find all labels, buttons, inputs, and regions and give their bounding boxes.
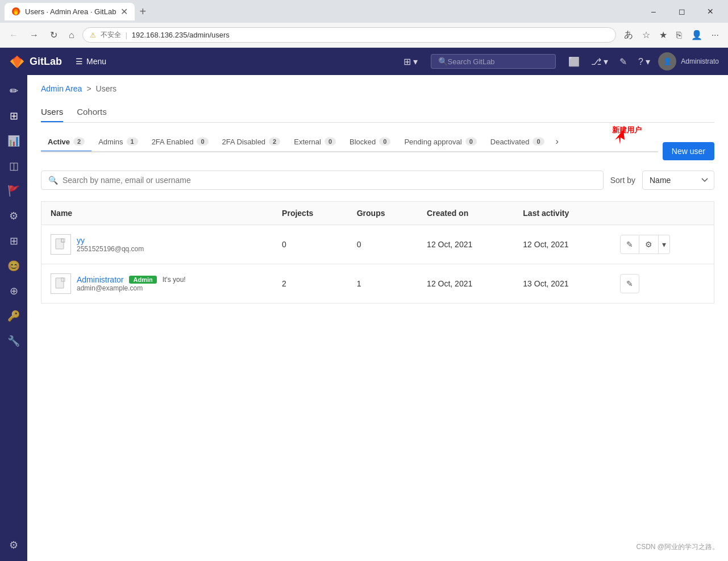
gear-dropdown-button[interactable]: ▾ xyxy=(659,235,670,254)
filter-more-button[interactable]: › xyxy=(551,132,563,151)
filter-external-count: 0 xyxy=(325,138,336,146)
filter-pending-label: Pending approval xyxy=(404,138,461,146)
tab-close-button[interactable]: ✕ xyxy=(120,6,128,17)
profile-button[interactable]: 👤 xyxy=(688,27,706,43)
breadcrumb-admin-link[interactable]: Admin Area xyxy=(41,84,82,93)
filter-external-label: External xyxy=(294,138,321,146)
sidebar-item-messages[interactable]: 🚩 xyxy=(2,180,25,202)
minimize-button[interactable]: – xyxy=(640,2,667,20)
header-icons: ⬜ ⎇ ▾ ✎ ? ▾ 👤 Administrato xyxy=(565,52,719,70)
filter-2fa-disabled-count: 2 xyxy=(269,138,280,146)
sidebar-item-keys[interactable]: 🔑 xyxy=(2,305,25,327)
hamburger-icon: ☰ xyxy=(76,57,83,66)
user-email: 2551525196@qq.com xyxy=(77,245,144,253)
table-row: yy 2551525196@qq.com 0 0 12 Oct, 2021 12… xyxy=(41,225,714,264)
new-tab-button[interactable]: + xyxy=(139,5,146,18)
filter-tab-pending[interactable]: Pending approval 0 xyxy=(397,133,483,152)
filter-tab-deactivated[interactable]: Deactivated 0 xyxy=(484,133,551,152)
edit-admin-button[interactable]: ✎ xyxy=(620,274,639,293)
url-separator: | xyxy=(126,31,127,39)
sidebar-item-geo[interactable]: ⊕ xyxy=(2,280,25,302)
user-avatar xyxy=(51,273,71,294)
user-name-link[interactable]: yy xyxy=(77,236,85,245)
edit-user-button[interactable]: ✎ xyxy=(620,235,639,254)
filter-tab-2fa-disabled[interactable]: 2FA Disabled 2 xyxy=(215,133,288,152)
more-button[interactable]: ··· xyxy=(708,27,722,43)
user-groups: 0 xyxy=(348,225,418,264)
menu-label: Menu xyxy=(86,57,106,66)
filter-blocked-label: Blocked xyxy=(350,138,376,146)
user-avatar xyxy=(51,234,71,255)
window-controls: – ◻ ✕ xyxy=(640,2,723,20)
user-actions: ✎ ⚙ ▾ xyxy=(611,225,714,264)
table-row: Administrator Admin It's you! admin@exam… xyxy=(41,264,714,304)
sidebar-item-ci[interactable]: 🔧 xyxy=(2,330,25,352)
security-label: 不安全 xyxy=(101,30,121,40)
reload-button[interactable]: ↻ xyxy=(47,27,61,43)
user-created: 12 Oct, 2021 xyxy=(418,264,514,304)
user-created: 12 Oct, 2021 xyxy=(418,225,514,264)
content-area: Admin Area > Users Users Cohorts 新建用户 xyxy=(27,75,728,561)
maximize-button[interactable]: ◻ xyxy=(669,2,695,20)
sort-select[interactable]: Name Created date Last activity xyxy=(642,171,714,190)
svg-rect-5 xyxy=(56,278,64,288)
filter-tab-active[interactable]: Active 2 xyxy=(41,133,91,152)
filter-admins-count: 1 xyxy=(127,138,138,146)
gitlab-logo-icon xyxy=(9,53,25,69)
gitlab-logo: GitLab xyxy=(9,53,62,69)
filter-tab-admins[interactable]: Admins 1 xyxy=(91,133,144,152)
favorites-button[interactable]: ★ xyxy=(656,27,671,43)
sidebar-item-edit[interactable]: ✏ xyxy=(2,80,25,102)
forward-button[interactable]: → xyxy=(26,28,42,43)
col-actions xyxy=(611,202,714,225)
table-header: Name Projects Groups Created on Last act… xyxy=(41,202,714,225)
file-icon xyxy=(54,238,68,251)
gear-button[interactable]: ⚙ xyxy=(639,235,659,254)
read-mode-button[interactable]: ☆ xyxy=(639,27,654,43)
filter-pending-count: 0 xyxy=(465,138,477,146)
tab-users[interactable]: Users xyxy=(41,102,63,122)
user-search-input[interactable] xyxy=(63,176,596,185)
filter-active-label: Active xyxy=(48,138,70,146)
svg-rect-3 xyxy=(56,239,64,249)
filter-tab-blocked[interactable]: Blocked 0 xyxy=(343,133,397,152)
svg-point-2 xyxy=(15,11,18,15)
translate-button[interactable]: あ xyxy=(621,27,637,43)
todos-button[interactable]: ✎ xyxy=(616,54,630,69)
sidebar: ✏ ⊞ 📊 ◫ 🚩 ⚙ ⊞ 😊 ⊕ 🔑 🔧 ⚙ xyxy=(0,75,27,561)
issues-button[interactable]: ⬜ xyxy=(565,54,583,69)
sidebar-item-overview[interactable]: ⊞ xyxy=(2,105,25,127)
filter-tab-2fa-enabled[interactable]: 2FA Enabled 0 xyxy=(145,133,215,152)
browser-tab[interactable]: Users · Admin Area · GitLab ✕ xyxy=(5,3,135,20)
sidebar-item-monitoring[interactable]: ◫ xyxy=(2,155,25,177)
sidebar-item-hooks[interactable]: ⚙ xyxy=(2,205,25,227)
tab-favicon xyxy=(11,7,20,16)
user-name-link[interactable]: Administrator xyxy=(77,275,123,284)
help-button[interactable]: ? ▾ xyxy=(635,54,654,69)
collections-button[interactable]: ⎘ xyxy=(673,27,685,43)
gitlab-app: GitLab ☰ Menu ⊞ ▾ 🔍 ⬜ ⎇ ▾ ✎ ? ▾ 👤 Admini… xyxy=(0,48,728,561)
sidebar-item-stats[interactable]: 📊 xyxy=(2,130,25,152)
create-button[interactable]: ⊞ ▾ xyxy=(400,54,421,69)
back-button[interactable]: ← xyxy=(6,28,22,43)
sidebar-bottom: ⚙ xyxy=(2,534,25,561)
merge-button[interactable]: ⎇ ▾ xyxy=(588,54,611,69)
browser-toolbar: ← → ↻ ⌂ ⚠ 不安全 | 192.168.136.235/admin/us… xyxy=(0,23,728,48)
filter-tab-external[interactable]: External 0 xyxy=(287,133,343,152)
close-button[interactable]: ✕ xyxy=(697,2,723,20)
address-bar[interactable]: ⚠ 不安全 | 192.168.136.235/admin/users xyxy=(82,27,616,43)
sidebar-item-packages[interactable]: ⊞ xyxy=(2,230,25,252)
filter-2fa-enabled-label: 2FA Enabled xyxy=(152,138,194,146)
menu-button[interactable]: ☰ Menu xyxy=(71,55,111,68)
admin-badge: Admin xyxy=(129,276,156,284)
tab-cohorts[interactable]: Cohorts xyxy=(77,102,107,122)
header-search[interactable]: 🔍 xyxy=(431,54,556,69)
filter-tabs: Active 2 Admins 1 2FA Enabled 0 2FA Di xyxy=(41,132,658,152)
search-input[interactable] xyxy=(448,57,548,66)
sidebar-item-settings[interactable]: ⚙ xyxy=(2,534,25,556)
home-button[interactable]: ⌂ xyxy=(65,28,78,43)
avatar[interactable]: 👤 xyxy=(658,52,676,70)
sidebar-item-users[interactable]: 😊 xyxy=(2,255,25,277)
new-user-button[interactable]: New user xyxy=(663,142,714,160)
main-layout: ✏ ⊞ 📊 ◫ 🚩 ⚙ ⊞ 😊 ⊕ 🔑 🔧 ⚙ Admi xyxy=(0,75,728,561)
